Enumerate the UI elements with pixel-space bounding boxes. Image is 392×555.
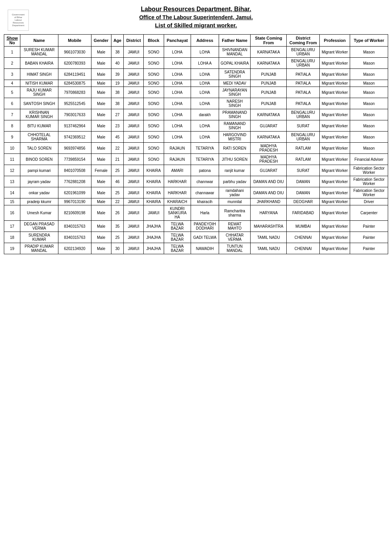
table-cell: 8340315763 [58,232,91,243]
table-cell: Male [91,80,111,87]
table-cell: 35 [111,221,124,232]
table-cell: JAMUI [124,243,144,254]
table-cell: KHAIRA [143,187,164,198]
table-cell: CHHATAR VERMA [219,232,250,243]
table-cell: TUNTUN MANDAL [219,243,250,254]
table-cell: 9661073030 [58,47,91,58]
table-cell: KARNATAKA [251,47,287,58]
list-title: List of Skilled migrant worker. [4,22,388,28]
table-cell: BENGALURU URBAN [287,109,320,120]
table-cell: 8 [4,120,20,132]
table-cell: PRAMANAND SINGH [219,109,250,120]
table-cell: Mason [350,120,388,132]
table-cell: GUJARAT [251,165,287,176]
table-cell: JAMUI [124,109,144,120]
table-cell: Painter [350,232,388,243]
table-cell: 12 [4,165,20,176]
table-cell: munnilal [219,198,250,205]
table-cell: SONO [143,87,164,98]
table-cell: 26 [111,205,124,221]
table-cell: JAMUI [124,154,144,165]
table-cell: TELWA BAZAR [164,221,191,232]
table-cell: PATIALA [287,87,320,98]
table-cell: Male [91,205,111,221]
table-cell: BENGALURU URBAN [287,58,320,69]
th-gender: Gender [91,35,111,47]
table-cell: SONO [143,58,164,69]
table-cell: 7762881208 [58,176,91,187]
table-cell: 1 [4,47,20,58]
table-cell: Mason [350,143,388,154]
table-cell: SURAT [287,165,320,176]
table-cell: SONO [143,98,164,109]
table-cell: Male [91,198,111,205]
table-cell: AMARI [164,165,191,176]
table-cell: Migrant Worker [320,109,350,120]
table-cell: PUNJAB [251,87,287,98]
table-cell: Mason [350,47,388,58]
th-type-of-worker: Type of Worker [350,35,388,47]
table-cell: 45 [111,132,124,143]
table-cell: Harla [191,205,219,221]
page-title: Labour Resources Department, Bihar. [4,6,388,13]
table-cell: 25 [111,232,124,243]
table-cell: 8340315763 [58,221,91,232]
table-cell: Migrant Worker [320,132,350,143]
table-cell: DAMAN AND DIU [251,187,287,198]
table-cell: MAHARASHTRA [251,221,287,232]
table-cell: GOPAL KHAIRA [219,58,250,69]
table-cell: RATLAM [287,154,320,165]
table-cell: 6 [4,98,20,109]
table-cell: DAMAN [287,187,320,198]
table-cell: PUNJAB [251,80,287,87]
table-row: 17DEGAN PRASAD VERMA8340315763Male35JAMU… [4,221,388,232]
table-cell: Male [91,221,111,232]
table-cell: Male [91,154,111,165]
table-cell: JAMUI [124,80,144,87]
table-cell: SONO [143,143,164,154]
table-cell: 8210609198 [58,205,91,221]
table-cell: Male [91,176,111,187]
table-cell: JAMUI [124,58,144,69]
table-cell: 9137462964 [58,120,91,132]
table-cell: LOHA A [191,58,219,69]
table-cell: 18 [4,232,20,243]
table-cell: Migrant Worker [320,58,350,69]
table-cell: Fabrication Sector Worker [350,187,388,198]
th-district: District [124,35,144,47]
table-cell: 11 [4,154,20,165]
table-cell: Mason [350,132,388,143]
table-cell: 9693974856 [58,143,91,154]
table-cell: MADHYA PRADESH [251,154,287,165]
table-cell: SURESH KUMAR MANDAL [20,47,58,58]
table-cell: LOHA [191,98,219,109]
table-cell: pradeip kkumr [20,198,58,205]
table-cell: 40 [111,58,124,69]
table-row: 15pradeip kkumr9967013190Male22JAMUIKHAI… [4,198,388,205]
table-cell: Male [91,132,111,143]
table-cell: KHAIRA [143,165,164,176]
table-cell: Fabrication Sector Worker [350,176,388,187]
table-cell: JAMUI [143,205,164,221]
th-show-no: Show No [4,35,20,47]
table-cell: DEOGHAR [287,198,320,205]
table-cell: JAMUI [124,47,144,58]
table-cell: 3 [4,69,20,80]
table-cell: DAMAN [287,176,320,187]
table-cell: SONO [143,47,164,58]
table-cell: LOHA [164,87,191,98]
table-cell: LOHA [191,69,219,80]
table-cell: LOHA [164,80,191,87]
table-cell: DAMAN AND DIU [251,176,287,187]
table-cell: JAMUI [124,87,144,98]
table-cell: LOHA [164,120,191,132]
table-cell: Migrant Worker [320,205,350,221]
table-cell: RAJU KUMAR SINGH [20,87,58,98]
table-cell: Migrant Worker [320,98,350,109]
table-cell: Migrant Worker [320,143,350,154]
th-panchayat: Panchayat [164,35,191,47]
th-father-name: Father Name [219,35,250,47]
table-cell: SONO [143,132,164,143]
table-cell: KHAIRA [143,176,164,187]
table-cell: LOHA [191,120,219,132]
